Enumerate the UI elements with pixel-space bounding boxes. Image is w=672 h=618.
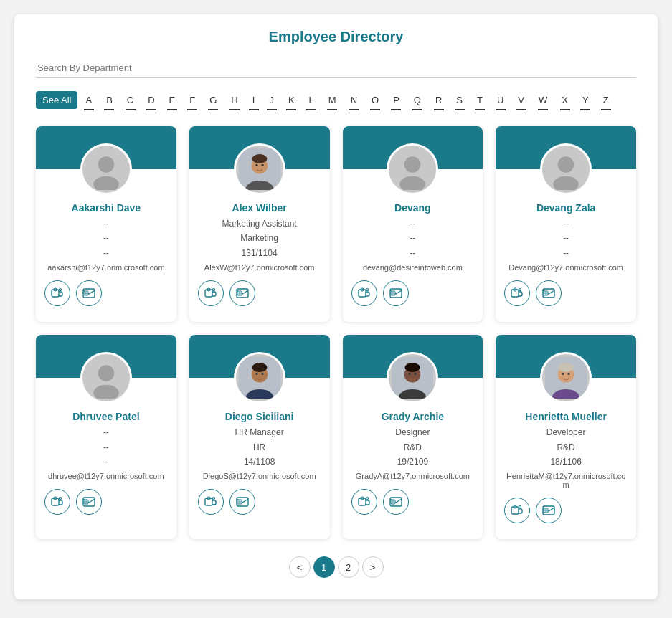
employee-card: Devang Zala ------ Devang@t12y7.onmicros… <box>496 126 636 322</box>
card-actions <box>198 489 321 515</box>
pagination-page-1[interactable]: 1 <box>313 556 335 578</box>
alpha-btn-a[interactable]: A <box>79 91 98 109</box>
employee-email: GradyA@t12y7.onmicrosoft.com <box>351 472 475 480</box>
avatar <box>540 143 592 195</box>
card-actions <box>44 280 168 306</box>
svg-point-1 <box>93 176 118 190</box>
teams-button[interactable] <box>198 489 224 515</box>
svg-point-20 <box>404 156 421 173</box>
teams-button[interactable] <box>351 280 377 306</box>
svg-point-13 <box>261 164 263 166</box>
employee-name: Alex Wilber <box>198 202 321 214</box>
pagination-prev[interactable]: < <box>289 556 311 578</box>
employee-info: ------ <box>504 217 628 260</box>
alpha-btn-d[interactable]: D <box>141 91 161 109</box>
alpha-btn-m[interactable]: M <box>322 91 343 109</box>
card-body: Dhruvee Patel ------ dhruvee@t12y7.onmic… <box>36 404 176 531</box>
employee-email: devang@desireinfoweb.com <box>351 263 475 272</box>
alpha-btn-u[interactable]: U <box>491 91 510 109</box>
search-input[interactable] <box>36 58 636 78</box>
alpha-btn-e[interactable]: E <box>163 91 182 109</box>
alpha-btn-i[interactable]: I <box>246 91 262 109</box>
svg-point-40 <box>60 498 62 500</box>
alpha-btn-w[interactable]: W <box>532 91 554 109</box>
card-actions <box>504 280 628 306</box>
avatar <box>387 143 438 195</box>
alpha-btn-g[interactable]: G <box>203 91 223 109</box>
employee-card: Alex Wilber Marketing AssistantMarketing… <box>189 126 330 322</box>
alpha-btn-see-all[interactable]: See All <box>36 91 77 109</box>
employee-name: Henrietta Mueller <box>504 411 628 422</box>
employee-info: ------ <box>44 217 168 260</box>
svg-point-29 <box>553 176 578 190</box>
avatar <box>234 352 285 404</box>
outlook-button[interactable] <box>536 498 562 523</box>
card-actions <box>351 280 475 306</box>
card-body: Grady Archie DesignerR&D19/2109 GradyA@t… <box>343 404 483 531</box>
alpha-btn-r[interactable]: R <box>429 91 448 109</box>
alpha-btn-b[interactable]: B <box>100 91 119 109</box>
alpha-btn-q[interactable]: Q <box>407 91 427 109</box>
employee-email: AlexW@t12y7.onmicrosoft.com <box>198 263 321 272</box>
alpha-btn-t[interactable]: T <box>470 91 489 109</box>
page-title: Employee Directory <box>36 29 636 45</box>
alpha-btn-o[interactable]: O <box>365 91 385 109</box>
outlook-button[interactable] <box>383 489 409 515</box>
svg-point-64 <box>366 498 368 500</box>
svg-point-27 <box>392 292 394 295</box>
pagination: <12> <box>36 556 636 578</box>
svg-point-28 <box>558 156 574 173</box>
teams-button[interactable] <box>351 489 377 515</box>
svg-point-71 <box>559 363 574 372</box>
avatar <box>80 352 132 404</box>
outlook-button[interactable] <box>229 280 255 306</box>
svg-point-24 <box>366 289 368 291</box>
svg-point-21 <box>400 176 425 190</box>
teams-button[interactable] <box>44 280 70 306</box>
svg-point-16 <box>212 289 214 291</box>
avatar <box>80 143 132 195</box>
outlook-button[interactable] <box>229 489 255 515</box>
teams-button[interactable] <box>44 489 70 515</box>
outlook-button[interactable] <box>76 280 102 306</box>
svg-point-0 <box>98 156 115 173</box>
avatar <box>387 352 438 404</box>
alpha-btn-y[interactable]: Y <box>576 91 595 109</box>
card-body: Devang Zala ------ Devang@t12y7.onmicros… <box>496 195 636 322</box>
employee-info: HR ManagerHR14/1108 <box>198 425 321 469</box>
alpha-btn-x[interactable]: X <box>555 91 574 109</box>
employee-name: Aakarshi Dave <box>44 202 168 214</box>
alpha-btn-p[interactable]: P <box>387 91 406 109</box>
pagination-page-2[interactable]: 2 <box>338 556 359 578</box>
employees-grid: Aakarshi Dave ------ aakarshi@t12y7.onmi… <box>36 126 636 539</box>
svg-point-72 <box>562 373 564 375</box>
card-actions <box>44 489 168 515</box>
svg-point-60 <box>409 373 411 375</box>
svg-point-4 <box>60 289 62 291</box>
svg-point-36 <box>98 365 115 381</box>
alphabet-nav: See AllABCDEFGHIJKLMNOPQRSTUVWXYZ <box>36 91 636 109</box>
teams-button[interactable] <box>504 498 530 523</box>
alpha-btn-n[interactable]: N <box>344 91 364 109</box>
card-body: Aakarshi Dave ------ aakarshi@t12y7.onmi… <box>36 195 176 322</box>
svg-point-48 <box>255 373 257 375</box>
alpha-btn-l[interactable]: L <box>303 91 321 109</box>
alpha-btn-v[interactable]: V <box>511 91 531 109</box>
outlook-button[interactable] <box>76 489 102 515</box>
pagination-next[interactable]: > <box>362 556 384 578</box>
svg-point-55 <box>238 500 241 503</box>
alpha-btn-s[interactable]: S <box>450 91 469 109</box>
outlook-button[interactable] <box>383 280 409 306</box>
card-actions <box>504 498 628 523</box>
alpha-btn-c[interactable]: C <box>120 91 140 109</box>
alpha-btn-z[interactable]: Z <box>597 91 615 109</box>
alpha-btn-j[interactable]: J <box>262 91 280 109</box>
teams-button[interactable] <box>504 280 530 306</box>
alpha-btn-h[interactable]: H <box>224 91 244 109</box>
alpha-btn-k[interactable]: K <box>282 91 301 109</box>
alpha-btn-f[interactable]: F <box>183 91 202 109</box>
svg-point-32 <box>519 289 521 291</box>
teams-button[interactable] <box>198 280 224 306</box>
outlook-button[interactable] <box>536 280 562 306</box>
employee-card: Dhruvee Patel ------ dhruvee@t12y7.onmic… <box>36 335 176 539</box>
